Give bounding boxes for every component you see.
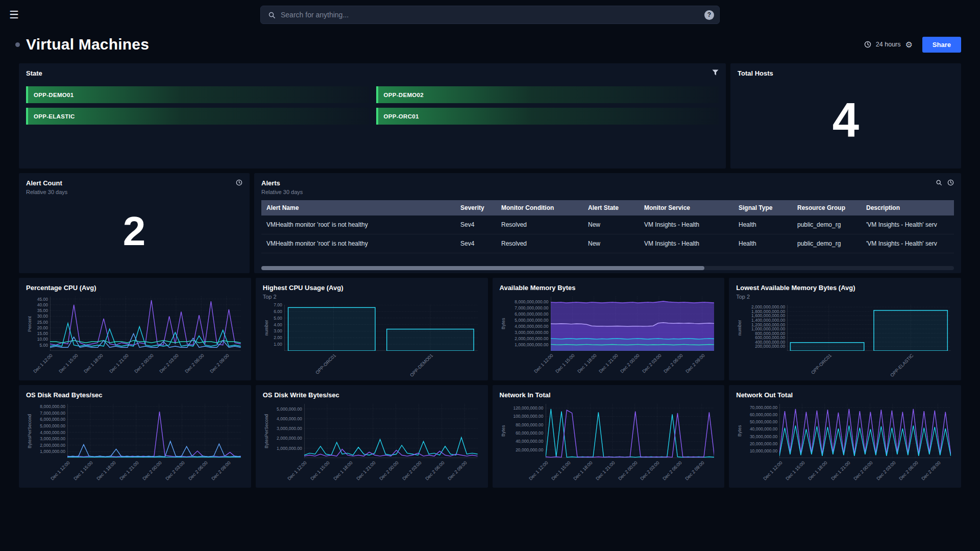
vm-name: OPP-ORC01 bbox=[384, 113, 419, 119]
bar-opp-demo01[interactable] bbox=[386, 329, 473, 351]
alert-cell: New bbox=[583, 215, 639, 234]
alerts-header-row: Alert NameSeverityMonitor ConditionAlert… bbox=[261, 200, 954, 215]
search-input[interactable] bbox=[281, 11, 704, 19]
y-tick-label: 60,000,000.00 bbox=[750, 412, 777, 417]
page-header: Virtual Machines 24 hours ⚙ Share bbox=[0, 29, 980, 63]
x-tick-label: Dec 1 18:00 bbox=[332, 460, 353, 481]
alert-cell: Resolved bbox=[496, 234, 583, 253]
y-tick-label: 1,400,000,000.00 bbox=[751, 318, 785, 323]
x-tick-label: Dec 1 12:00 bbox=[33, 353, 54, 374]
vm-state-item-opp-demo02[interactable]: OPP-DEMO02 bbox=[376, 86, 719, 103]
y-tick-label: 8,000,000.00 bbox=[40, 404, 65, 409]
help-icon[interactable]: ? bbox=[704, 10, 714, 20]
y-tick-label: 15.00 bbox=[37, 331, 48, 336]
clock-icon[interactable] bbox=[947, 179, 954, 186]
alert-cell: 'VM Insights - Health' serv bbox=[861, 234, 954, 253]
y-axis-title: Percent bbox=[26, 297, 33, 351]
x-tick-label: Dec 1 18:00 bbox=[573, 460, 594, 481]
vm-state-item-opp-demo01[interactable]: OPP-DEMO01 bbox=[26, 86, 369, 103]
y-tick-label: 5,000,000,000.00 bbox=[514, 318, 548, 323]
chart-canvas bbox=[67, 404, 241, 458]
plot-area: Dec 1 12:00Dec 1 15:00Dec 1 18:00Dec 1 2… bbox=[551, 297, 715, 351]
global-search[interactable]: ? bbox=[260, 6, 720, 24]
x-tick-label: Dec 2 06:00 bbox=[187, 460, 208, 481]
x-tick-label: Dec 2 00:00 bbox=[852, 460, 873, 481]
x-tick-label: Dec 1 18:00 bbox=[807, 460, 828, 481]
scrollbar-thumb[interactable] bbox=[261, 266, 704, 270]
alert-cell: Sev4 bbox=[455, 234, 496, 253]
y-axis-ticks: 1.002.003.004.005.006.007.00 bbox=[270, 305, 284, 351]
x-axis-ticks: Dec 1 12:00Dec 1 15:00Dec 1 18:00Dec 1 2… bbox=[551, 351, 715, 374]
y-axis-title: Bytes bbox=[736, 404, 743, 458]
bar-opp-orc01[interactable] bbox=[288, 307, 375, 351]
x-tick-label: Dec 1 12:00 bbox=[50, 460, 71, 481]
alert-cell: New bbox=[583, 234, 639, 253]
x-axis-ticks: Dec 1 12:00Dec 1 15:00Dec 1 18:00Dec 1 2… bbox=[67, 458, 241, 482]
alert-cell: Sev4 bbox=[455, 215, 496, 234]
alerts-column-header[interactable]: Severity bbox=[455, 200, 496, 215]
x-tick-label: Dec 2 00:00 bbox=[141, 460, 162, 481]
panel-highest-cpu: Highest CPU Usage (Avg) Top 2 number1.00… bbox=[256, 278, 488, 380]
vm-name: OPP-ELASTIC bbox=[34, 113, 75, 119]
share-button[interactable]: Share bbox=[922, 37, 961, 53]
x-tick-label: OPP-DEMO01 bbox=[409, 353, 434, 378]
x-tick-label: Dec 2 03:00 bbox=[401, 460, 422, 481]
panel-total-hosts: Total Hosts 4 bbox=[730, 63, 961, 169]
y-tick-label: 4.00 bbox=[274, 322, 282, 327]
alerts-column-header[interactable]: Alert State bbox=[583, 200, 639, 215]
y-axis-ticks: 20,000,000.0040,000,000.0060,000,000.008… bbox=[506, 404, 546, 458]
horizontal-scrollbar[interactable] bbox=[261, 266, 954, 270]
available-memory-chart: Bytes1,000,000,000.002,000,000,000.003,0… bbox=[500, 294, 718, 374]
panel-subtitle: Top 2 bbox=[263, 294, 481, 300]
y-tick-label: 2,000,000,000.00 bbox=[514, 336, 548, 341]
chart-canvas bbox=[787, 305, 951, 351]
vm-state-item-opp-orc01[interactable]: OPP-ORC01 bbox=[376, 108, 719, 125]
x-tick-label: Dec 1 21:00 bbox=[830, 460, 851, 481]
panel-os-disk-write: OS Disk Write Bytes/sec BytesPerSecond1,… bbox=[256, 385, 488, 488]
panel-title: Network Out Total bbox=[736, 391, 793, 399]
y-tick-label: 20,000,000.00 bbox=[750, 441, 777, 446]
alert-row[interactable]: VMHealth monitor 'root' is not healthySe… bbox=[261, 215, 954, 234]
menu-icon[interactable]: ☰ bbox=[9, 9, 19, 20]
x-tick-label: Dec 2 06:00 bbox=[898, 460, 919, 481]
alerts-column-header[interactable]: Monitor Condition bbox=[496, 200, 583, 215]
bar-opp-elastic[interactable] bbox=[874, 310, 947, 351]
gear-icon[interactable]: ⚙ bbox=[905, 40, 913, 50]
alerts-column-header[interactable]: Signal Type bbox=[733, 200, 792, 215]
panel-network-out: Network Out Total Bytes10,000,000.0020,0… bbox=[729, 385, 961, 488]
search-icon[interactable] bbox=[936, 179, 942, 186]
x-tick-label: Dec 1 21:00 bbox=[108, 353, 129, 374]
filter-icon[interactable] bbox=[712, 69, 719, 76]
chart-canvas bbox=[50, 297, 241, 351]
panel-title: Percentage CPU (Avg) bbox=[26, 284, 96, 292]
alerts-column-header[interactable]: Resource Group bbox=[792, 200, 861, 215]
clock-icon[interactable] bbox=[864, 41, 871, 48]
alert-cell: VM Insights - Health bbox=[639, 234, 733, 253]
series-opp-demo01 bbox=[50, 300, 241, 345]
y-tick-label: 10.00 bbox=[37, 337, 48, 342]
alerts-column-header[interactable]: Alert Name bbox=[261, 200, 455, 215]
alerts-column-header[interactable]: Description bbox=[861, 200, 954, 215]
bar-opp-orc01[interactable] bbox=[791, 343, 864, 351]
plot-area: OPP-ORC01OPP-DEMO01 bbox=[284, 305, 478, 351]
y-tick-label: 40,000,000.00 bbox=[750, 426, 777, 432]
y-tick-label: 40,000,000.00 bbox=[516, 439, 543, 444]
x-tick-label: Dec 1 15:00 bbox=[58, 353, 79, 374]
x-tick-label: Dec 2 06:00 bbox=[184, 353, 205, 374]
x-tick-label: Dec 2 00:00 bbox=[133, 353, 154, 374]
x-tick-label: Dec 1 12:00 bbox=[286, 460, 307, 481]
y-tick-label: 5,000,000.00 bbox=[40, 423, 65, 428]
alert-row[interactable]: VMHealth monitor 'root' is not healthySe… bbox=[261, 234, 954, 253]
x-tick-label: Dec 1 18:00 bbox=[576, 353, 597, 374]
panel-subtitle: Relative 30 days bbox=[26, 189, 242, 195]
network-in-chart: Bytes20,000,000.0040,000,000.0060,000,00… bbox=[500, 401, 718, 482]
x-tick-label: Dec 1 21:00 bbox=[598, 353, 619, 374]
x-tick-label: Dec 2 00:00 bbox=[617, 460, 638, 481]
vm-state-item-opp-elastic[interactable]: OPP-ELASTIC bbox=[26, 108, 369, 125]
clock-icon[interactable] bbox=[236, 179, 242, 186]
y-tick-label: 70,000,000.00 bbox=[750, 405, 777, 410]
chart-canvas bbox=[304, 404, 478, 458]
alerts-column-header[interactable]: Monitor Service bbox=[639, 200, 733, 215]
time-range[interactable]: 24 hours bbox=[876, 41, 901, 48]
x-tick-label: OPP-ORC01 bbox=[315, 353, 337, 375]
